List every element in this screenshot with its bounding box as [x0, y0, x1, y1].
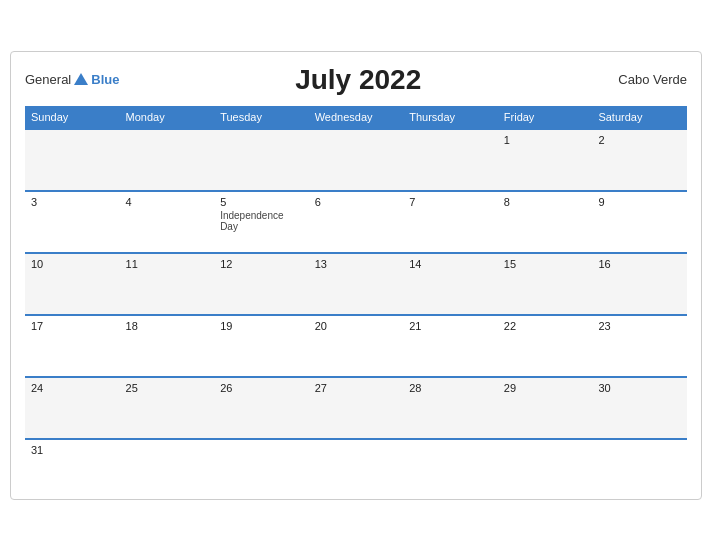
calendar-day-cell: 2: [592, 129, 687, 191]
calendar-day-cell: 31: [25, 439, 120, 489]
day-number: 18: [126, 320, 209, 332]
day-number: 5: [220, 196, 303, 208]
logo-blue-text: Blue: [91, 72, 119, 87]
calendar-day-cell: [403, 439, 498, 489]
day-number: 16: [598, 258, 681, 270]
day-number: 24: [31, 382, 114, 394]
calendar-day-cell: 15: [498, 253, 593, 315]
day-number: 23: [598, 320, 681, 332]
day-number: 6: [315, 196, 398, 208]
calendar-week-row: 12: [25, 129, 687, 191]
calendar-day-cell: [120, 129, 215, 191]
calendar-day-cell: 9: [592, 191, 687, 253]
calendar-day-cell: 10: [25, 253, 120, 315]
logo-triangle-icon: [74, 73, 88, 85]
calendar-grid: Sunday Monday Tuesday Wednesday Thursday…: [25, 106, 687, 489]
calendar-day-cell: 27: [309, 377, 404, 439]
calendar-body: 12345Independence Day6789101112131415161…: [25, 129, 687, 489]
calendar-day-cell: [309, 439, 404, 489]
calendar-day-cell: 8: [498, 191, 593, 253]
day-number: 11: [126, 258, 209, 270]
calendar-week-row: 345Independence Day6789: [25, 191, 687, 253]
day-number: 29: [504, 382, 587, 394]
header-friday: Friday: [498, 106, 593, 129]
day-number: 1: [504, 134, 587, 146]
calendar-day-cell: 19: [214, 315, 309, 377]
calendar-day-cell: 18: [120, 315, 215, 377]
calendar-day-cell: 13: [309, 253, 404, 315]
calendar-day-cell: 29: [498, 377, 593, 439]
calendar-country: Cabo Verde: [597, 72, 687, 87]
event-label: Independence Day: [220, 210, 303, 232]
day-number: 25: [126, 382, 209, 394]
logo: General Blue: [25, 72, 119, 87]
calendar-day-cell: 30: [592, 377, 687, 439]
calendar-week-row: 24252627282930: [25, 377, 687, 439]
calendar-day-cell: 12: [214, 253, 309, 315]
calendar-day-cell: 24: [25, 377, 120, 439]
day-number: 7: [409, 196, 492, 208]
day-number: 31: [31, 444, 114, 456]
calendar-title: July 2022: [119, 64, 597, 96]
calendar-day-cell: [214, 129, 309, 191]
calendar-day-cell: 4: [120, 191, 215, 253]
day-number: 28: [409, 382, 492, 394]
calendar-day-cell: 11: [120, 253, 215, 315]
calendar-day-cell: [214, 439, 309, 489]
day-number: 2: [598, 134, 681, 146]
calendar-week-row: 31: [25, 439, 687, 489]
calendar-day-cell: 20: [309, 315, 404, 377]
calendar-week-row: 10111213141516: [25, 253, 687, 315]
calendar-day-cell: 22: [498, 315, 593, 377]
header-saturday: Saturday: [592, 106, 687, 129]
calendar-week-row: 17181920212223: [25, 315, 687, 377]
calendar-day-cell: 3: [25, 191, 120, 253]
day-number: 17: [31, 320, 114, 332]
day-number: 12: [220, 258, 303, 270]
calendar-day-cell: 28: [403, 377, 498, 439]
calendar-day-cell: 6: [309, 191, 404, 253]
day-number: 19: [220, 320, 303, 332]
calendar-day-cell: 5Independence Day: [214, 191, 309, 253]
header-wednesday: Wednesday: [309, 106, 404, 129]
day-number: 14: [409, 258, 492, 270]
calendar-day-cell: 26: [214, 377, 309, 439]
day-number: 27: [315, 382, 398, 394]
calendar-day-cell: 25: [120, 377, 215, 439]
day-number: 20: [315, 320, 398, 332]
calendar-day-cell: [25, 129, 120, 191]
calendar-day-cell: [498, 439, 593, 489]
calendar-day-cell: [403, 129, 498, 191]
day-number: 15: [504, 258, 587, 270]
logo-general-text: General: [25, 72, 71, 87]
day-number: 30: [598, 382, 681, 394]
day-number: 13: [315, 258, 398, 270]
header-tuesday: Tuesday: [214, 106, 309, 129]
day-number: 8: [504, 196, 587, 208]
calendar-header: General Blue July 2022 Cabo Verde: [25, 64, 687, 96]
calendar-day-cell: [120, 439, 215, 489]
calendar-day-cell: 16: [592, 253, 687, 315]
calendar-day-cell: [592, 439, 687, 489]
calendar-day-cell: 1: [498, 129, 593, 191]
calendar-container: General Blue July 2022 Cabo Verde Sunday…: [10, 51, 702, 500]
day-number: 3: [31, 196, 114, 208]
header-sunday: Sunday: [25, 106, 120, 129]
day-number: 10: [31, 258, 114, 270]
calendar-day-cell: 21: [403, 315, 498, 377]
day-number: 4: [126, 196, 209, 208]
calendar-day-cell: 14: [403, 253, 498, 315]
calendar-day-cell: [309, 129, 404, 191]
day-headers-row: Sunday Monday Tuesday Wednesday Thursday…: [25, 106, 687, 129]
header-monday: Monday: [120, 106, 215, 129]
calendar-day-cell: 7: [403, 191, 498, 253]
calendar-day-cell: 17: [25, 315, 120, 377]
day-number: 21: [409, 320, 492, 332]
day-number: 22: [504, 320, 587, 332]
header-thursday: Thursday: [403, 106, 498, 129]
day-number: 9: [598, 196, 681, 208]
calendar-day-cell: 23: [592, 315, 687, 377]
day-number: 26: [220, 382, 303, 394]
